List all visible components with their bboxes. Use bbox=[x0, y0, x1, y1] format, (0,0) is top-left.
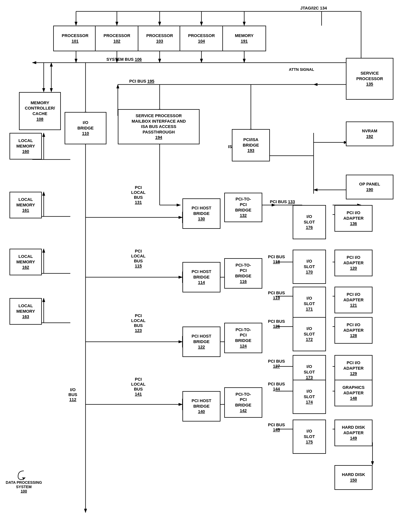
pci-isa-bridge-193: PCI/ISABRIDGE193 bbox=[232, 129, 270, 161]
svg-marker-31 bbox=[32, 61, 36, 64]
svg-marker-12 bbox=[243, 22, 246, 26]
pci-local-bus-115-label: PCILOCALBUS115 bbox=[131, 249, 146, 268]
svg-marker-10 bbox=[200, 22, 203, 26]
pci-host-bridge-122: PCI HOSTBRIDGE122 bbox=[182, 327, 220, 357]
pci-bus-126-label: PCI BUS126 bbox=[268, 319, 285, 329]
pci-to-pci-bridge-132: PCI-TO-PCIBRIDGE132 bbox=[224, 193, 262, 222]
local-memory-161: LOCALMEMORY161 bbox=[9, 192, 42, 218]
svg-marker-111 bbox=[42, 133, 45, 137]
pci-bus-119-label: PCI BUS119 bbox=[268, 291, 285, 300]
svg-marker-36 bbox=[116, 84, 119, 88]
svg-marker-127 bbox=[22, 477, 26, 479]
svg-marker-66 bbox=[179, 216, 182, 219]
hard-disk-150: HARD DISK150 bbox=[335, 465, 373, 490]
svg-marker-120 bbox=[42, 298, 45, 302]
svg-marker-38 bbox=[314, 83, 317, 86]
processor-101: PROCESSOR101 bbox=[53, 26, 97, 51]
io-slot-175: I/OSLOT175 bbox=[293, 420, 326, 454]
jtag-label: JTAG/I2C 134 bbox=[300, 6, 327, 11]
memory-191: MEMORY191 bbox=[222, 26, 266, 51]
io-slot-174: I/OSLOT174 bbox=[293, 380, 326, 414]
sp-mailbox-194: SERVICE PROCESSORMAILBOX INTERFACE ANDIS… bbox=[118, 109, 200, 144]
processor-103: PROCESSOR103 bbox=[138, 26, 181, 51]
pci-host-bridge-140: PCI HOSTBRIDGE140 bbox=[182, 391, 220, 422]
svg-marker-28 bbox=[200, 59, 203, 63]
pci-bus-144-label: PCI BUS144 bbox=[268, 382, 285, 392]
attn-signal-label: ATTN SIGNAL bbox=[289, 67, 314, 72]
pci-local-bus-141-label: PCILOCALBUS141 bbox=[131, 377, 146, 397]
io-slot-172: I/OSLOT172 bbox=[293, 317, 326, 351]
op-panel-190: OP PANEL190 bbox=[346, 175, 393, 199]
svg-marker-15 bbox=[42, 88, 45, 92]
pci-io-adapter-121: PCI I/OADAPTER121 bbox=[335, 287, 373, 313]
svg-marker-107 bbox=[371, 461, 374, 465]
pci-bus-118-label: PCI BUS118 bbox=[268, 254, 285, 264]
pci-io-adapter-129: PCI I/OADAPTER129 bbox=[335, 355, 373, 382]
pci-host-bridge-114: PCI HOSTBRIDGE114 bbox=[182, 262, 220, 292]
svg-marker-68 bbox=[179, 276, 182, 279]
svg-marker-72 bbox=[179, 403, 182, 406]
graphics-adapter-148: GRAPHICSADAPTER148 bbox=[335, 380, 373, 406]
svg-marker-30 bbox=[243, 59, 246, 63]
pci-to-pci-bridge-142: PCI-TO-PCIBRIDGE142 bbox=[224, 387, 262, 418]
local-memory-162: LOCALMEMORY162 bbox=[9, 249, 42, 275]
diagram: JTAG/I2C 134 PROCESSOR101 PROCESSOR102 P… bbox=[0, 0, 401, 532]
pci-bus-195-label: PCI BUS 195 bbox=[129, 79, 154, 84]
svg-marker-108 bbox=[84, 509, 87, 513]
pci-to-pci-bridge-124: PCI-TO-PCIBRIDGE124 bbox=[224, 323, 262, 353]
system-bus-label: SYSTEM BUS 106 bbox=[106, 57, 142, 62]
hard-disk-adapter-149: HARD DISKADAPTER149 bbox=[335, 420, 373, 446]
memory-controller-108: MEMORYCONTROLLER/CACHE108 bbox=[19, 92, 61, 130]
io-slot-171: I/OSLOT171 bbox=[293, 287, 326, 321]
service-processor-135: SERVICEPROCESSOR135 bbox=[346, 58, 393, 100]
pci-host-bridge-130: PCI HOSTBRIDGE130 bbox=[182, 198, 220, 229]
pci-bus-133-label: PCI BUS 133 bbox=[270, 199, 295, 204]
svg-marker-17 bbox=[50, 63, 53, 66]
pci-io-adapter-128: PCI I/OADAPTER128 bbox=[335, 317, 373, 344]
pci-io-adapter-120: PCI I/OADAPTER120 bbox=[335, 250, 373, 276]
svg-marker-8 bbox=[158, 22, 161, 26]
io-slot-176: I/OSLOT176 bbox=[293, 205, 326, 239]
pci-to-pci-bridge-116: PCI-TO-PCIBRIDGE116 bbox=[224, 258, 262, 289]
processor-102: PROCESSOR102 bbox=[95, 26, 139, 51]
local-memory-163: LOCALMEMORY163 bbox=[9, 298, 42, 325]
svg-marker-114 bbox=[42, 192, 45, 196]
pci-bus-127-label: PCI BUS127 bbox=[268, 359, 285, 369]
io-slot-170: I/OSLOT170 bbox=[293, 250, 326, 284]
pci-local-bus-131-label: PCILOCALBUS131 bbox=[131, 185, 146, 205]
io-bus-112-label: I/OBUS112 bbox=[68, 387, 77, 402]
io-bridge-110: I/OBRIDGE110 bbox=[65, 112, 106, 144]
svg-marker-4 bbox=[75, 22, 77, 26]
svg-marker-6 bbox=[116, 22, 118, 26]
svg-marker-70 bbox=[179, 340, 182, 343]
pci-bus-145-label: PCI BUS145 bbox=[268, 422, 285, 432]
nvram-192: NVRAM192 bbox=[346, 121, 393, 146]
svg-marker-22 bbox=[75, 59, 77, 63]
local-memory-160: LOCALMEMORY160 bbox=[9, 133, 42, 159]
pci-local-bus-123-label: PCILOCALBUS123 bbox=[131, 313, 146, 333]
data-processing-system-label: DATA PROCESSINGSYSTEM100 bbox=[6, 469, 42, 494]
svg-marker-117 bbox=[42, 249, 45, 253]
processor-104: PROCESSOR104 bbox=[180, 26, 223, 51]
pci-io-adapter-136: PCI I/OADAPTER136 bbox=[335, 205, 373, 232]
svg-marker-26 bbox=[158, 59, 161, 63]
svg-marker-50 bbox=[314, 189, 317, 191]
svg-marker-18 bbox=[50, 88, 53, 92]
svg-marker-54 bbox=[177, 204, 181, 206]
